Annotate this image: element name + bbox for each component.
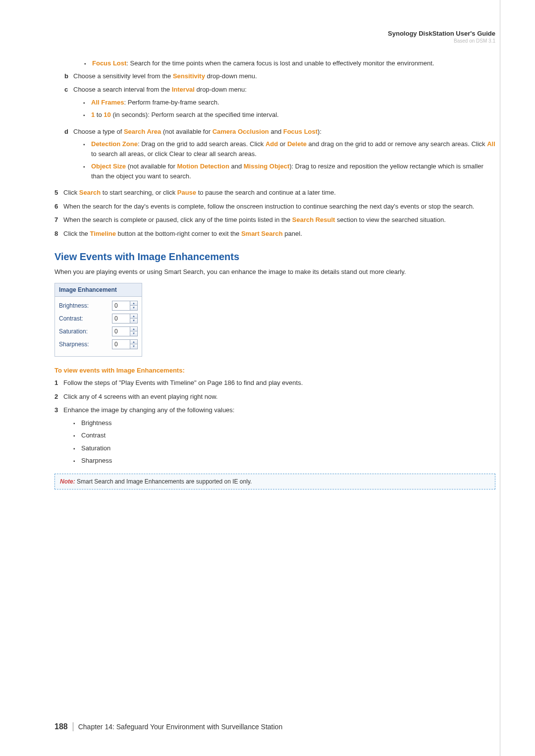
list-item: Brightness: [73, 418, 495, 428]
brightness-spinner[interactable]: 0 ▲ ▼: [112, 301, 138, 311]
bullet-sublist: Brightness Contrast Saturation Sharpness: [73, 418, 495, 466]
number-marker: 8: [54, 229, 63, 239]
text: Choose a sensitivity level from the Sens…: [73, 71, 495, 81]
list-item: Detection Zone: Drag on the grid to add …: [83, 139, 495, 159]
text: Choose a search interval from the Interv…: [73, 85, 495, 123]
page-footer: 188 Chapter 14: Safeguard Your Environme…: [54, 722, 495, 731]
list-item: All Frames: Perform frame-by-frame searc…: [83, 98, 495, 108]
section-heading: View Events with Image Enhancements: [54, 249, 495, 264]
number-marker: 6: [54, 202, 63, 212]
text: When the search for the day's events is …: [63, 202, 495, 212]
saturation-label: Saturation:: [59, 327, 88, 336]
spinner-down-icon[interactable]: ▼: [130, 306, 137, 310]
list-item: Saturation: [73, 443, 495, 453]
spinner-up-icon[interactable]: ▲: [130, 327, 137, 332]
list-item-3: 3 Enhance the image by changing any of t…: [54, 405, 495, 469]
spinner-buttons: ▲ ▼: [130, 327, 137, 336]
number-marker: 5: [54, 188, 63, 198]
focus-lost-label: Focus Lost: [92, 59, 126, 67]
sharpness-spinner[interactable]: 0 ▲ ▼: [112, 339, 138, 349]
contrast-spinner[interactable]: 0 ▲ ▼: [112, 314, 138, 324]
numbered-list: 5 Click Search to start searching, or cl…: [54, 188, 495, 238]
lettered-list: b Choose a sensitivity level from the Se…: [54, 71, 495, 184]
saturation-spinner[interactable]: 0 ▲ ▼: [112, 326, 138, 336]
spinner-down-icon[interactable]: ▼: [130, 319, 137, 323]
list-item-d: d Choose a type of Search Area (not avai…: [64, 127, 495, 184]
contrast-label: Contrast:: [59, 314, 83, 323]
subsection-heading: To view events with Image Enhancements:: [54, 366, 495, 376]
text: Click Search to start searching, or clic…: [63, 188, 495, 198]
page-divider: [500, 0, 500, 756]
doc-subtitle: Based on DSM 3.1: [54, 38, 495, 44]
spinner-value[interactable]: 0: [112, 327, 130, 336]
note-label: Note:: [60, 478, 75, 485]
list-item-1: 1Follow the steps of "Play Events with T…: [54, 378, 495, 388]
spinner-buttons: ▲ ▼: [130, 314, 137, 323]
list-item: Contrast: [73, 431, 495, 440]
list-item-8: 8 Click the Timeline button at the botto…: [54, 229, 495, 239]
letter-marker: d: [64, 127, 73, 184]
panel-body: Brightness: 0 ▲ ▼ Contrast: 0 ▲: [55, 297, 142, 356]
sharpness-label: Sharpness:: [59, 340, 89, 349]
brightness-row: Brightness: 0 ▲ ▼: [59, 301, 138, 311]
spinner-value[interactable]: 0: [112, 301, 130, 310]
sharpness-row: Sharpness: 0 ▲ ▼: [59, 339, 138, 349]
numbered-list-2: 1Follow the steps of "Play Events with T…: [54, 378, 495, 469]
note-text: Smart Search and Image Enhancements are …: [75, 478, 252, 485]
doc-title: Synology DiskStation User's Guide: [54, 30, 495, 37]
list-item: Focus Lost: Search for the time points w…: [84, 58, 495, 68]
list-item: 1 to 10 (in seconds): Perform search at …: [83, 110, 495, 120]
spinner-up-icon[interactable]: ▲: [130, 314, 137, 319]
list-item-5: 5 Click Search to start searching, or cl…: [54, 188, 495, 198]
bullet-sublist: Focus Lost: Search for the time points w…: [84, 58, 495, 68]
spinner-down-icon[interactable]: ▼: [130, 344, 137, 349]
spinner-value[interactable]: 0: [112, 340, 130, 349]
page-header: Synology DiskStation User's Guide Based …: [54, 30, 495, 44]
document-page: Synology DiskStation User's Guide Based …: [0, 0, 535, 756]
number-marker: 2: [54, 392, 63, 402]
sensitivity-label: Sensitivity: [173, 72, 205, 80]
letter-marker: c: [64, 85, 73, 123]
saturation-row: Saturation: 0 ▲ ▼: [59, 326, 138, 336]
text: When the search is complete or paused, c…: [63, 215, 495, 225]
interval-label: Interval: [172, 86, 195, 93]
list-item-2: 2Click any of 4 screens with an event pl…: [54, 392, 495, 402]
spinner-value[interactable]: 0: [112, 314, 130, 323]
content-body: Focus Lost: Search for the time points w…: [54, 58, 495, 489]
list-item: Object Size (not available for Motion De…: [83, 162, 495, 181]
letter-marker: b: [64, 71, 73, 81]
brightness-label: Brightness:: [59, 301, 89, 310]
section-paragraph: When you are playing events or using Sma…: [54, 267, 495, 277]
text: Choose a type of Search Area (not availa…: [73, 127, 495, 184]
text: Click any of 4 screens with an event pla…: [63, 392, 495, 402]
list-item-c: c Choose a search interval from the Inte…: [64, 85, 495, 123]
spinner-buttons: ▲ ▼: [130, 301, 137, 310]
spinner-down-icon[interactable]: ▼: [130, 331, 137, 336]
spinner-up-icon[interactable]: ▲: [130, 340, 137, 345]
spinner-buttons: ▲ ▼: [130, 340, 137, 349]
text: Follow the steps of "Play Events with Ti…: [63, 378, 495, 388]
number-marker: 7: [54, 215, 63, 225]
number-marker: 1: [54, 378, 63, 388]
chapter-title: Chapter 14: Safeguard Your Environment w…: [78, 723, 282, 731]
number-marker: 3: [54, 405, 63, 469]
bullet-sublist: Detection Zone: Drag on the grid to add …: [83, 139, 495, 181]
list-item: Sharpness: [73, 456, 495, 466]
text: Click the Timeline button at the bottom-…: [63, 229, 495, 239]
note-box: Note: Smart Search and Image Enhancement…: [54, 474, 495, 489]
spinner-up-icon[interactable]: ▲: [130, 301, 137, 306]
list-item-7: 7 When the search is complete or paused,…: [54, 215, 495, 225]
bullet-sublist: All Frames: Perform frame-by-frame searc…: [83, 98, 495, 120]
text: Enhance the image by changing any of the…: [63, 405, 495, 469]
image-enhancement-panel: Image Enhancement Brightness: 0 ▲ ▼ Cont…: [54, 283, 142, 357]
page-number: 188: [54, 722, 73, 731]
list-item-6: 6 When the search for the day's events i…: [54, 202, 495, 212]
contrast-row: Contrast: 0 ▲ ▼: [59, 314, 138, 324]
panel-title: Image Enhancement: [55, 283, 142, 297]
text: : Search for the time points when the ca…: [126, 59, 434, 67]
list-item-b: b Choose a sensitivity level from the Se…: [64, 71, 495, 81]
